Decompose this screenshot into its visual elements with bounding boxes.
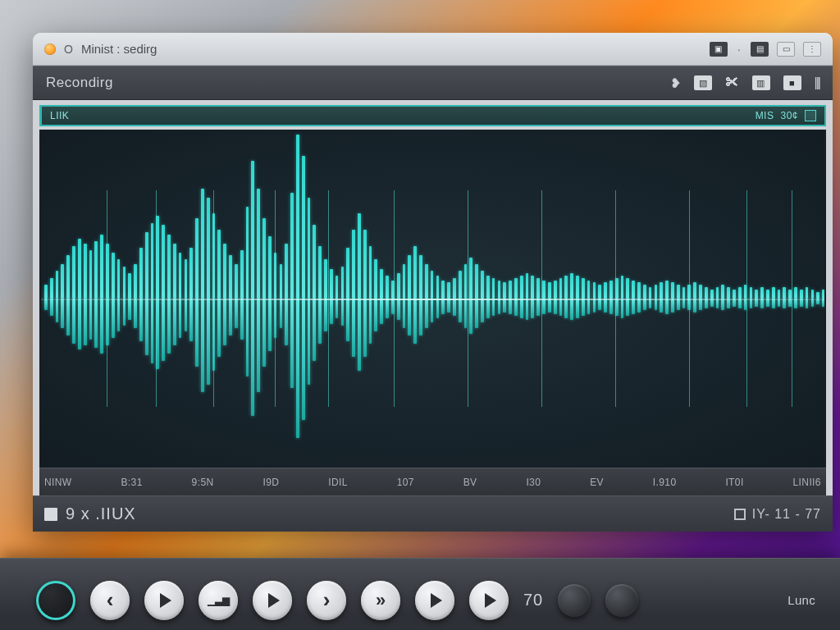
play-icon — [268, 593, 280, 608]
ruler-tick: I9D — [262, 477, 279, 488]
forward-button[interactable] — [307, 581, 346, 620]
ruler-tick: 9:5N — [192, 477, 214, 488]
tool-panel-1-icon[interactable]: ▧ — [694, 75, 712, 90]
play-button-3[interactable] — [415, 581, 454, 620]
record-button[interactable] — [36, 581, 75, 620]
window-statusbar: 9 x .IIUX IY- 11 - 77 — [33, 495, 833, 532]
audio-editor-window: O Minist : sedirg ▣ · ▤ ▭ ⋮ Recondirg ❥ … — [33, 33, 833, 532]
titlebar-tool-1-icon[interactable]: ▣ — [710, 42, 728, 57]
status-left-text: 9 x .IIUX — [66, 504, 136, 523]
fast-forward-button[interactable] — [361, 581, 400, 620]
ruler-tick: I.910 — [653, 477, 677, 488]
window-titlebar: O Minist : sedirg ▣ · ▤ ▭ ⋮ — [33, 33, 833, 66]
levels-icon: ▁▃▆ — [208, 596, 230, 605]
titlebar-tool-3-icon[interactable]: ▭ — [777, 42, 795, 57]
play-button-4[interactable] — [469, 581, 509, 620]
titlebar-separator: · — [736, 42, 742, 56]
waveform-centerline — [41, 299, 824, 300]
track-toggle-icon[interactable] — [805, 110, 816, 121]
transport-counter: 70 — [523, 591, 543, 609]
knob-1[interactable] — [558, 584, 591, 617]
play-icon — [160, 593, 171, 608]
tool-stop-icon[interactable]: ■ — [783, 75, 801, 90]
window-control-dot[interactable] — [44, 43, 56, 55]
mode-label: Recondirg — [46, 75, 113, 91]
tool-panel-2-icon[interactable]: ▥ — [752, 75, 770, 90]
ruler-tick: LINII6 — [793, 477, 821, 488]
ruler-tick: IT0I — [725, 477, 743, 488]
back-button[interactable] — [90, 581, 130, 620]
levels-button[interactable]: ▁▃▆ — [199, 581, 238, 620]
track-meta-time: 30¢ — [780, 110, 798, 121]
play-button-2[interactable] — [253, 581, 292, 620]
status-marker-icon[interactable] — [734, 509, 746, 520]
ruler-tick: BV — [463, 477, 477, 488]
play-button-1[interactable] — [144, 581, 184, 620]
status-stop-icon[interactable] — [44, 508, 57, 521]
timeline-ruler[interactable]: NINWB:319:5NI9DIDIL107BVI30EVI.910IT0ILI… — [39, 468, 826, 495]
tool-bars-icon[interactable]: ||| — [815, 75, 819, 90]
ruler-tick: EV — [590, 477, 604, 488]
window-title: Minist : sedirg — [81, 42, 158, 56]
transport-dock: ▁▃▆ 70 Lunc — [0, 558, 840, 630]
back-icon — [107, 587, 114, 613]
play-icon — [431, 593, 442, 608]
play-icon — [485, 593, 496, 608]
forward-icon — [323, 587, 331, 613]
fast-forward-icon — [376, 590, 386, 611]
titlebar-tool-2-icon[interactable]: ▤ — [751, 42, 769, 57]
track-name: LIIK — [50, 110, 69, 121]
status-right-text: IY- 11 - 77 — [752, 507, 821, 522]
mode-toolbar: Recondirg ❥ ▧ ✀ ▥ ■ ||| — [33, 66, 833, 100]
track-header[interactable]: LIIK MIS 30¢ — [39, 105, 826, 126]
dock-label: Lunc — [788, 593, 815, 607]
titlebar-tool-4-icon[interactable]: ⋮ — [803, 42, 821, 57]
ruler-tick: IDIL — [328, 477, 348, 488]
ruler-tick: NINW — [44, 477, 72, 488]
track-meta-small: MIS — [756, 110, 774, 121]
title-prefix: O — [64, 43, 73, 56]
ruler-tick: 107 — [397, 477, 414, 488]
tool-brush-icon[interactable]: ❥ — [670, 75, 682, 91]
tool-cut-icon[interactable]: ✀ — [725, 75, 739, 90]
waveform-canvas[interactable] — [39, 130, 826, 468]
ruler-tick: B:31 — [121, 477, 142, 488]
knob-2[interactable] — [605, 584, 638, 617]
ruler-tick: I30 — [526, 477, 541, 488]
